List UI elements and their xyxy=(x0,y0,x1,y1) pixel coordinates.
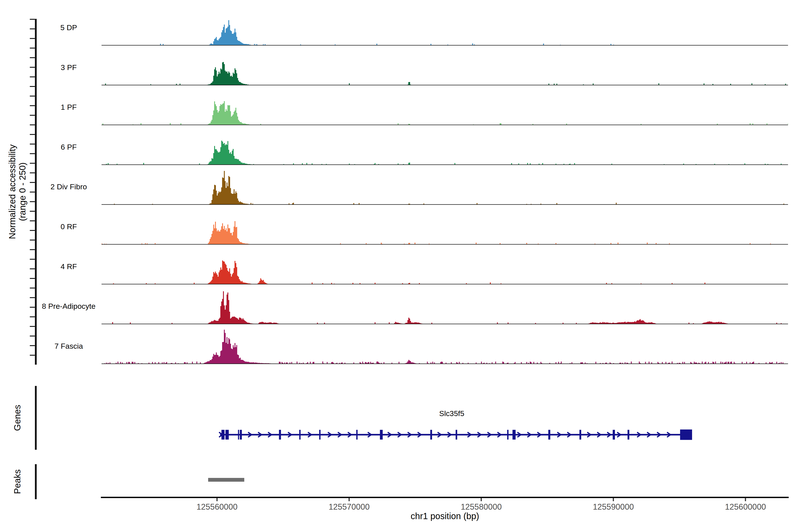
track-baseline-6 xyxy=(101,284,788,284)
coverage-signal-5 xyxy=(101,221,788,244)
track-baseline-3 xyxy=(101,165,788,165)
genes-bracket xyxy=(35,386,37,450)
coverage-signal-8 xyxy=(101,330,788,364)
coverage-signal-0 xyxy=(101,20,788,45)
track-label-8preadipocyte: 8 Pre-Adipocyte xyxy=(13,302,124,310)
exon-tick xyxy=(430,430,432,440)
track-label-4rf: 4 RF xyxy=(13,262,124,271)
x-axis-tick xyxy=(481,498,482,501)
exon-tick xyxy=(507,430,509,440)
coverage-signal-1 xyxy=(101,62,788,85)
x-axis-title: chr1 position (bp) xyxy=(334,511,556,521)
exon-box xyxy=(380,430,383,440)
exon-box xyxy=(225,430,229,440)
exon-tick xyxy=(580,430,581,440)
x-tick-label-125580000: 125580000 xyxy=(446,502,517,512)
peak-region-bar xyxy=(208,478,244,482)
x-axis-tick xyxy=(613,498,614,501)
exon-tick xyxy=(279,430,281,440)
x-tick-label-125590000: 125590000 xyxy=(578,502,649,512)
exon-tick xyxy=(299,430,301,440)
x-axis-tick xyxy=(745,498,746,501)
track-baseline-1 xyxy=(101,85,788,86)
y-axis-label-line2: (range 0 - 250) xyxy=(17,59,27,325)
track-baseline-2 xyxy=(101,125,788,125)
track-baseline-4 xyxy=(101,204,788,205)
coverage-signal-6 xyxy=(101,261,788,284)
coverage-plot-figure: Normalized accessibility (range 0 - 250)… xyxy=(0,0,798,532)
exon-tick xyxy=(238,430,239,440)
exon-tick xyxy=(356,430,358,440)
exon-tick xyxy=(456,430,457,440)
track-baseline-8 xyxy=(101,363,788,364)
coverage-signal-4 xyxy=(101,171,788,204)
y-axis-label-line1: Normalized accessibility xyxy=(7,59,17,325)
peaks-panel-label: Peaks xyxy=(13,415,22,532)
x-tick-label-125570000: 125570000 xyxy=(314,502,385,512)
track-label-1pf: 1 PF xyxy=(13,102,124,112)
track-label-0rf: 0 RF xyxy=(13,222,124,231)
x-tick-label-125600000: 125600000 xyxy=(710,502,781,512)
exon-tick xyxy=(319,430,321,440)
y-axis-label: Normalized accessibility (range 0 - 250) xyxy=(7,59,27,325)
exon-tick xyxy=(628,430,629,440)
terminal-exon-box xyxy=(680,430,692,440)
track-label-5dp: 5 DP xyxy=(13,23,124,32)
track-baseline-7 xyxy=(101,324,788,324)
peaks-bracket xyxy=(35,464,37,499)
exon-box xyxy=(513,430,516,440)
track-label-6pf: 6 PF xyxy=(13,142,124,151)
track-baseline-5 xyxy=(101,244,788,245)
coverage-signal-3 xyxy=(101,140,788,165)
x-axis-line xyxy=(101,497,789,498)
gene-name-label: Slc35f5 xyxy=(396,409,507,418)
x-axis-tick xyxy=(216,498,218,501)
exon-tick xyxy=(613,430,615,440)
track-baseline-0 xyxy=(101,45,788,45)
track-label-7fascia: 7 Fascia xyxy=(13,342,124,350)
exon-box xyxy=(240,430,242,440)
track-label-2divfibro: 2 Div Fibro xyxy=(13,182,124,191)
x-axis-tick xyxy=(349,498,350,501)
x-tick-label-125560000: 125560000 xyxy=(182,502,252,512)
coverage-signal-2 xyxy=(101,101,788,125)
exon-tick xyxy=(548,430,550,440)
coverage-signal-7 xyxy=(101,291,788,324)
track-label-3pf: 3 PF xyxy=(13,63,124,72)
